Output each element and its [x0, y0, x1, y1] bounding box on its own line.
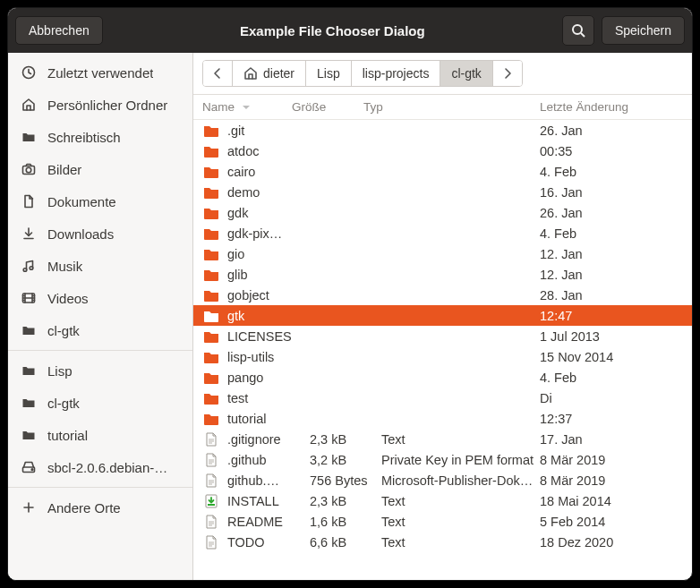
sidebar-item[interactable]: Andere Orte	[8, 491, 192, 524]
sidebar-item[interactable]: cl-gtk	[8, 387, 192, 419]
folder-icon	[202, 205, 220, 221]
file-row[interactable]: gobject28. Jan	[193, 285, 692, 305]
sidebar-item-label: Videos	[47, 291, 89, 306]
file-name: cairo	[227, 165, 310, 179]
doc-icon	[21, 193, 37, 209]
file-name: .gitignore	[227, 432, 310, 447]
file-row[interactable]: pango4. Feb	[193, 367, 692, 388]
sidebar-separator	[8, 350, 192, 351]
file-type: Private Key in PEM format	[381, 453, 540, 467]
file-row[interactable]: .gitignore2,3 kBText17. Jan	[193, 429, 692, 449]
breadcrumb-back[interactable]	[203, 61, 233, 86]
sidebar-item[interactable]: Dokumente	[8, 185, 192, 217]
file-row[interactable]: TODO6,6 kBText18 Dez 2020	[193, 532, 692, 552]
file-row[interactable]: gtk12:47	[193, 305, 692, 326]
file-name: README	[227, 515, 310, 529]
file-row[interactable]: testDi	[193, 388, 692, 408]
file-size: 756 Bytes	[310, 473, 381, 488]
file-row[interactable]: LICENSES1 Jul 2013	[193, 326, 692, 346]
dialog-title: Example File Chooser Dialog	[110, 23, 555, 38]
file-name: TODO	[227, 535, 310, 550]
sidebar-item[interactable]: Schreibtisch	[8, 121, 192, 153]
save-button[interactable]: Speichern	[602, 16, 685, 45]
clock-icon	[21, 64, 37, 81]
file-modified: 26. Jan	[540, 124, 683, 138]
file-name: .github	[227, 453, 310, 467]
folder-icon	[202, 328, 220, 345]
sidebar-item[interactable]: Videos	[8, 282, 192, 314]
download-icon	[21, 226, 37, 242]
file-row[interactable]: demo16. Jan	[193, 182, 692, 202]
file-row[interactable]: cairo4. Feb	[193, 161, 692, 182]
sidebar-item[interactable]: tutorial	[8, 419, 192, 451]
breadcrumb-segment[interactable]: cl-gtk	[440, 61, 492, 86]
svg-point-5	[23, 268, 27, 272]
file-name: lisp-utils	[227, 350, 310, 364]
sidebar-item-label: Musik	[47, 259, 82, 274]
sidebar-item[interactable]: sbcl-2.0.6.debian-…	[8, 451, 192, 483]
sidebar-item-label: Downloads	[47, 226, 114, 242]
sidebar-item[interactable]: Lisp	[8, 354, 192, 387]
file-row[interactable]: lisp-utils15 Nov 2014	[193, 346, 692, 367]
file-modified: 1 Jul 2013	[540, 329, 683, 344]
file-modified: 8 Mär 2019	[540, 453, 683, 467]
file-modified: 4. Feb	[540, 165, 683, 179]
breadcrumb-forward[interactable]	[493, 61, 522, 86]
sidebar-item-label: cl-gtk	[47, 323, 80, 338]
breadcrumb-segment[interactable]: dieter	[233, 61, 306, 86]
sidebar-item[interactable]: Zuletzt verwendet	[8, 56, 192, 89]
breadcrumb-segment[interactable]: lisp-projects	[352, 61, 441, 86]
svg-point-6	[30, 267, 33, 270]
file-row[interactable]: glib12. Jan	[193, 264, 692, 285]
plus-icon	[21, 499, 37, 516]
file-name: tutorial	[227, 412, 310, 426]
cancel-button[interactable]: Abbrechen	[15, 16, 103, 45]
search-button[interactable]	[562, 15, 594, 46]
file-icon	[202, 431, 220, 447]
file-row[interactable]: .github3,2 kBPrivate Key in PEM format8 …	[193, 449, 692, 470]
file-row[interactable]: gdk26. Jan	[193, 202, 692, 223]
sidebar-item-label: Bilder	[47, 162, 81, 177]
sidebar-item-label: cl-gtk	[47, 396, 80, 411]
column-headers: Name Größe Typ Letzte Änderung	[193, 95, 692, 120]
column-modified[interactable]: Letzte Änderung	[540, 100, 683, 114]
sidebar-item-label: Andere Orte	[47, 500, 121, 516]
file-type: Text	[381, 432, 540, 447]
file-row[interactable]: README1,6 kBText5 Feb 2014	[193, 511, 692, 532]
folder-open-icon	[202, 308, 220, 324]
column-type[interactable]: Typ	[363, 100, 540, 114]
breadcrumb-bar: dieterLisplisp-projectscl-gtk	[193, 53, 692, 95]
file-row[interactable]: atdoc00:35	[193, 141, 692, 161]
file-row[interactable]: .git26. Jan	[193, 120, 692, 141]
search-icon	[571, 23, 585, 38]
file-row[interactable]: tutorial12:37	[193, 408, 692, 429]
file-size: 6,6 kB	[310, 535, 381, 550]
file-row[interactable]: gio12. Jan	[193, 243, 692, 264]
sidebar-item[interactable]: Bilder	[8, 153, 192, 185]
file-icon	[202, 514, 220, 530]
sidebar-item[interactable]: Musik	[8, 250, 192, 282]
sidebar-item-label: Persönlicher Ordner	[47, 98, 167, 113]
file-modified: 4. Feb	[540, 371, 683, 385]
file-size: 3,2 kB	[310, 453, 381, 467]
file-name: demo	[227, 185, 310, 200]
sidebar-item[interactable]: cl-gtk	[8, 314, 192, 346]
file-row[interactable]: github.…756 BytesMicrosoft-Publisher-Dok…	[193, 470, 692, 490]
sidebar-item[interactable]: Downloads	[8, 217, 192, 250]
folder-icon	[202, 184, 220, 200]
file-name: test	[227, 391, 310, 405]
file-modified: 17. Jan	[540, 432, 683, 447]
file-row[interactable]: INSTALL2,3 kBText18 Mai 2014	[193, 490, 692, 511]
sidebar-item-label: Lisp	[47, 363, 73, 379]
column-name[interactable]: Name	[202, 100, 292, 114]
titlebar: Abbrechen Example File Chooser Dialog Sp…	[8, 8, 692, 53]
file-name: .git	[227, 124, 310, 138]
breadcrumb-segment[interactable]: Lisp	[306, 61, 352, 86]
sidebar-item-label: Schreibtisch	[47, 130, 121, 145]
file-name: LICENSES	[227, 329, 310, 344]
svg-rect-11	[208, 504, 215, 506]
column-size[interactable]: Größe	[292, 100, 363, 114]
file-modified: Di	[540, 391, 683, 405]
file-row[interactable]: gdk-pix…4. Feb	[193, 223, 692, 243]
sidebar-item[interactable]: Persönlicher Ordner	[8, 89, 192, 121]
